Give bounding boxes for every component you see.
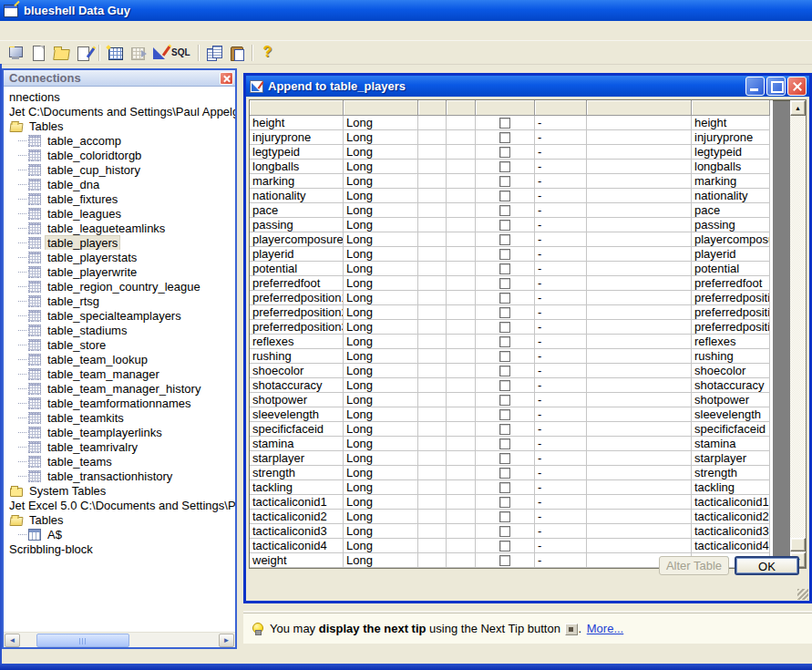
nullable-checkbox[interactable] — [499, 322, 510, 333]
panel-close-icon[interactable] — [220, 72, 233, 85]
tree-item[interactable]: table_region_country_league — [4, 279, 235, 294]
nullable-checkbox[interactable] — [499, 511, 510, 522]
scroll-left-icon[interactable]: ◄ — [5, 634, 20, 647]
table-row[interactable]: marking Long - marking — [250, 174, 773, 189]
nullable-checkbox[interactable] — [499, 541, 510, 551]
nullable-checkbox[interactable] — [499, 555, 510, 566]
menu-item[interactable] — [18, 29, 33, 33]
tree-item[interactable]: Jet C:\Documents and Settings\Paul Appel… — [4, 104, 235, 119]
nullable-checkbox[interactable] — [499, 409, 510, 420]
tree-item[interactable]: table_coloridtorgb — [4, 148, 235, 162]
nullable-checkbox[interactable] — [499, 351, 510, 362]
next-tip-mini-button[interactable] — [565, 624, 578, 635]
table-row[interactable]: tacticaliconid4 Long - tacticaliconid4 — [250, 539, 773, 553]
nullable-checkbox[interactable] — [499, 424, 510, 435]
tree-item[interactable]: table_accomp — [4, 133, 235, 148]
toolbar-button[interactable] — [4, 43, 26, 63]
nullable-checkbox[interactable] — [499, 468, 510, 479]
table-row[interactable]: reflexes Long - reflexes — [250, 335, 773, 349]
grid-column-header[interactable] — [476, 100, 535, 116]
table-row[interactable]: preferredposition2 Long - preferredposit… — [250, 305, 773, 320]
toolbar-button[interactable] — [225, 43, 248, 63]
table-row[interactable]: longballs Long - longballs — [250, 160, 773, 174]
menu-item[interactable] — [47, 29, 62, 33]
menu-item[interactable] — [4, 29, 18, 33]
tree-item[interactable]: table_playerstats — [4, 250, 235, 264]
table-row[interactable]: shoecolor Long - shoecolor — [250, 364, 773, 378]
table-row[interactable]: shotpower Long - shotpower — [250, 393, 773, 407]
grid-column-header[interactable] — [587, 100, 692, 116]
tree-item[interactable]: table_teamplayerlinks — [4, 425, 235, 439]
tree-item[interactable]: nnections — [4, 89, 235, 104]
nullable-checkbox[interactable] — [499, 307, 510, 318]
nullable-checkbox[interactable] — [499, 526, 510, 537]
close-button[interactable] — [787, 77, 807, 96]
alter-table-button[interactable]: Alter Table — [659, 556, 729, 575]
nullable-checkbox[interactable] — [499, 263, 510, 274]
table-row[interactable]: preferredfoot Long - preferredfoot — [250, 276, 773, 291]
grid-column-header[interactable] — [418, 100, 447, 116]
table-row[interactable]: playercomposure Long - playercomposure — [250, 232, 773, 247]
nullable-checkbox[interactable] — [499, 147, 510, 158]
toolbar-button[interactable] — [126, 43, 149, 63]
tree-item[interactable]: Jet Excel 5.0 C:\Documents and Settings\… — [4, 498, 235, 512]
table-row[interactable]: height Long - height — [250, 116, 773, 130]
nullable-checkbox[interactable] — [499, 438, 510, 449]
tree-item[interactable]: table_rtsg — [4, 294, 235, 308]
table-row[interactable]: legtypeid Long - legtypeid — [250, 145, 773, 160]
toolbar-button[interactable] — [72, 43, 95, 63]
tree-item[interactable]: table_playerwrite — [4, 264, 235, 279]
nullable-checkbox[interactable] — [499, 293, 510, 304]
ok-button[interactable]: OK — [735, 556, 799, 575]
tree-item[interactable]: table_cup_history — [4, 162, 235, 177]
vertical-scrollbar-thumb[interactable] — [790, 538, 806, 551]
nullable-checkbox[interactable] — [499, 191, 510, 201]
nullable-checkbox[interactable] — [499, 395, 510, 406]
table-row[interactable]: specificfaceid Long - specificfaceid — [250, 422, 773, 437]
toolbar-button[interactable] — [248, 43, 256, 63]
nullable-checkbox[interactable] — [499, 118, 510, 129]
toolbar-button[interactable] — [149, 43, 171, 63]
table-row[interactable]: tackling Long - tackling — [250, 480, 773, 495]
table-row[interactable]: nationality Long - nationality — [250, 189, 773, 203]
resize-grip[interactable] — [797, 589, 808, 600]
tree-item[interactable]: table_leagues — [4, 206, 235, 221]
maximize-button[interactable] — [766, 77, 786, 96]
nullable-checkbox[interactable] — [499, 234, 510, 245]
grid-column-header[interactable] — [535, 100, 587, 116]
grid-column-header[interactable] — [250, 100, 344, 116]
table-row[interactable]: potential Long - potential — [250, 262, 773, 276]
table-row[interactable]: passing Long - passing — [250, 218, 773, 232]
table-row[interactable]: pace Long - pace — [250, 203, 773, 218]
toolbar-button[interactable] — [95, 43, 103, 63]
scroll-right-icon[interactable]: ► — [219, 634, 234, 647]
nullable-checkbox[interactable] — [499, 453, 510, 464]
nullable-checkbox[interactable] — [499, 336, 510, 347]
table-row[interactable]: tacticaliconid1 Long - tacticaliconid1 — [250, 495, 773, 510]
toolbar-button[interactable] — [202, 43, 225, 63]
nullable-checkbox[interactable] — [499, 497, 510, 508]
table-row[interactable]: injuryprone Long - injuryprone — [250, 130, 773, 145]
tree-item[interactable]: table_leagueteamlinks — [4, 221, 235, 235]
nullable-checkbox[interactable] — [499, 205, 510, 216]
nullable-checkbox[interactable] — [499, 380, 510, 391]
nullable-checkbox[interactable] — [499, 132, 510, 143]
toolbar-button[interactable] — [49, 43, 72, 63]
nullable-checkbox[interactable] — [499, 176, 510, 187]
tree-item[interactable]: table_store — [4, 337, 235, 352]
tree-item[interactable]: table_team_lookup — [4, 352, 235, 366]
nullable-checkbox[interactable] — [499, 366, 510, 376]
tree-item[interactable]: table_team_manager_history — [4, 381, 235, 396]
tree-item[interactable]: table_teams — [4, 454, 235, 469]
scroll-up-icon[interactable]: ▲ — [790, 100, 806, 116]
tree-item[interactable]: table_stadiums — [4, 323, 235, 337]
tree-item[interactable]: Tables — [4, 512, 235, 527]
tree-item[interactable]: table_players — [4, 235, 235, 250]
nullable-checkbox[interactable] — [499, 161, 510, 172]
menu-item[interactable] — [62, 29, 77, 33]
table-row[interactable]: stamina Long - stamina — [250, 437, 773, 451]
nullable-checkbox[interactable] — [499, 482, 510, 493]
tree-item[interactable]: table_teamkits — [4, 410, 235, 425]
more-link[interactable]: More... — [587, 622, 623, 635]
tree-item[interactable]: Scribbling-block — [4, 541, 235, 556]
